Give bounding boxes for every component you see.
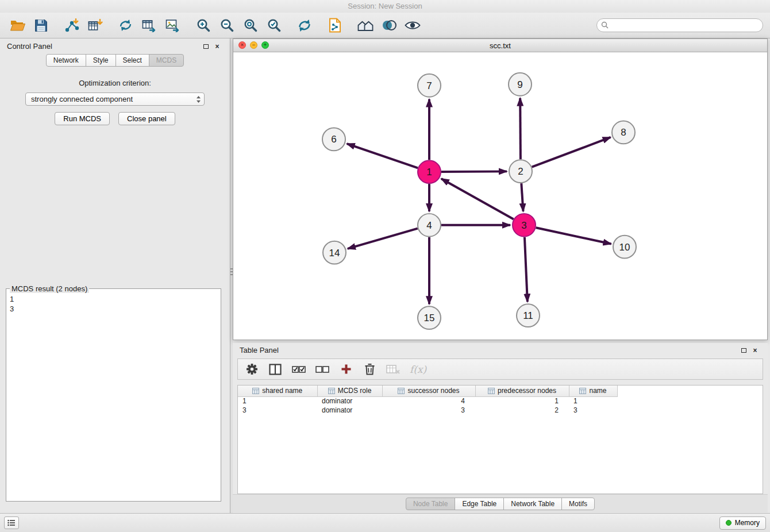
export-table-button[interactable] [138,16,160,35]
column-header-shared-name[interactable]: shared name [238,385,317,396]
zoom-selected-button[interactable] [263,16,284,35]
graph-edge-3-11[interactable] [525,237,528,302]
export-image-button[interactable] [162,16,183,35]
tab-network-table[interactable]: Network Table [503,498,562,510]
close-mcds-panel-button[interactable]: Close panel [118,112,175,125]
search-icon [601,21,609,30]
graph-node-7[interactable]: 7 [418,74,441,97]
close-window-button[interactable]: × [238,41,246,49]
control-panel-close-button[interactable]: × [211,41,223,52]
import-table-button[interactable] [84,16,106,35]
tab-motifs[interactable]: Motifs [561,498,595,510]
graph-node-label: 1 [426,167,432,178]
tab-mcds[interactable]: MCDS [149,54,184,67]
new-network-cycle-icon [118,18,133,32]
cell-shared-name[interactable]: 3 [238,406,317,415]
zoom-group [192,16,284,35]
cell-name[interactable]: 3 [569,406,617,415]
add-row-button[interactable] [339,361,353,377]
column-header-mcds-role[interactable]: MCDS role [317,385,382,396]
zoom-window-button[interactable]: + [261,41,269,49]
tab-node-table[interactable]: Node Table [406,498,456,510]
network-file-button[interactable] [324,16,345,35]
cell-successor-nodes[interactable]: 4 [382,396,475,406]
graph-node-2[interactable]: 2 [509,160,532,183]
cell-name[interactable]: 1 [569,396,617,406]
cell-predecessor-nodes[interactable]: 2 [475,406,569,415]
select-arrows-icon [196,95,201,103]
graph-node-label: 9 [517,79,522,90]
graph-node-1[interactable]: 1 [418,160,441,183]
graph-edge-2-8[interactable] [532,137,611,167]
trash-icon [364,363,375,375]
select-all-columns-button[interactable] [292,361,306,377]
run-mcds-button[interactable]: Run MCDS [55,112,110,125]
graph-node-11[interactable]: 11 [517,304,540,327]
table-row[interactable]: 3dominator323 [238,406,763,415]
graph-edge-2-9[interactable] [520,98,521,160]
apply-layout-button[interactable] [294,16,315,35]
criterion-select[interactable]: strongly connected component [25,92,205,106]
split-columns-button[interactable] [268,361,282,377]
table-panel-float-button[interactable] [738,345,749,356]
control-panel-float-button[interactable] [200,41,211,52]
function-builder-button[interactable]: f(x) [410,361,426,377]
cell-successor-nodes[interactable]: 3 [382,406,475,415]
graph-node-10[interactable]: 10 [613,236,636,259]
task-history-button[interactable] [4,516,19,529]
cell-predecessor-nodes[interactable]: 1 [475,396,569,406]
table-panel-close-button[interactable]: × [749,345,761,356]
tab-select[interactable]: Select [116,54,149,67]
graph-node-15[interactable]: 15 [418,306,441,329]
save-session-button[interactable] [30,16,52,35]
graph-edge-1-2[interactable] [441,171,507,172]
open-file-button[interactable] [7,16,28,35]
zoom-fit-button[interactable] [240,16,261,35]
delete-table-button[interactable] [386,361,400,377]
graph-edge-1-6[interactable] [347,144,418,168]
search-input[interactable] [596,18,763,32]
show-hide-button[interactable] [402,16,423,35]
graph-node-6[interactable]: 6 [322,128,345,151]
tab-style[interactable]: Style [86,54,116,67]
minimize-window-button[interactable]: − [250,41,257,49]
delete-row-button[interactable] [363,361,376,377]
graph-node-9[interactable]: 9 [509,73,532,96]
graph-node-8[interactable]: 8 [612,121,635,144]
deselect-all-columns-button[interactable] [315,361,329,377]
graph-node-label: 11 [523,310,533,321]
cell-mcds-role[interactable]: dominator [317,406,382,415]
memory-button[interactable]: Memory [719,516,766,530]
column-header-successor-nodes[interactable]: successor nodes [382,385,475,396]
unchecked-boxes-icon [315,365,329,374]
cell-shared-name[interactable]: 1 [238,396,317,406]
column-header-name[interactable]: name [569,385,617,396]
graph-node-3[interactable]: 3 [513,214,536,237]
new-network-button[interactable] [115,16,136,35]
graph-edge-4-14[interactable] [348,229,418,249]
gear-icon [246,363,258,375]
graph-edge-3-1[interactable] [441,179,514,219]
tab-network[interactable]: Network [46,54,86,67]
column-header-predecessor-nodes[interactable]: predecessor nodes [475,385,569,396]
eye-icon [405,20,421,30]
graph-edge-3-10[interactable] [536,228,611,244]
network-canvas[interactable]: 7968124314101511 [233,52,767,340]
search-box[interactable] [596,18,763,32]
first-neighbors-button[interactable] [355,16,376,35]
main-toolbar [0,13,770,38]
zoom-out-button[interactable] [216,16,237,35]
import-network-button[interactable] [61,16,82,35]
table-settings-button[interactable] [245,361,259,377]
graph-node-4[interactable]: 4 [418,214,441,237]
column-header-filler [617,385,763,396]
zoom-in-button[interactable] [192,16,214,35]
cell-mcds-role[interactable]: dominator [317,396,382,406]
tab-edge-table[interactable]: Edge Table [455,498,504,510]
graphics-details-button[interactable] [378,16,399,35]
file-network-group [324,16,345,35]
graph-edge-2-3[interactable] [521,183,523,211]
graph-node-14[interactable]: 14 [323,241,346,264]
table-row[interactable]: 1dominator411 [238,396,763,406]
refresh-layout-icon [297,18,312,33]
